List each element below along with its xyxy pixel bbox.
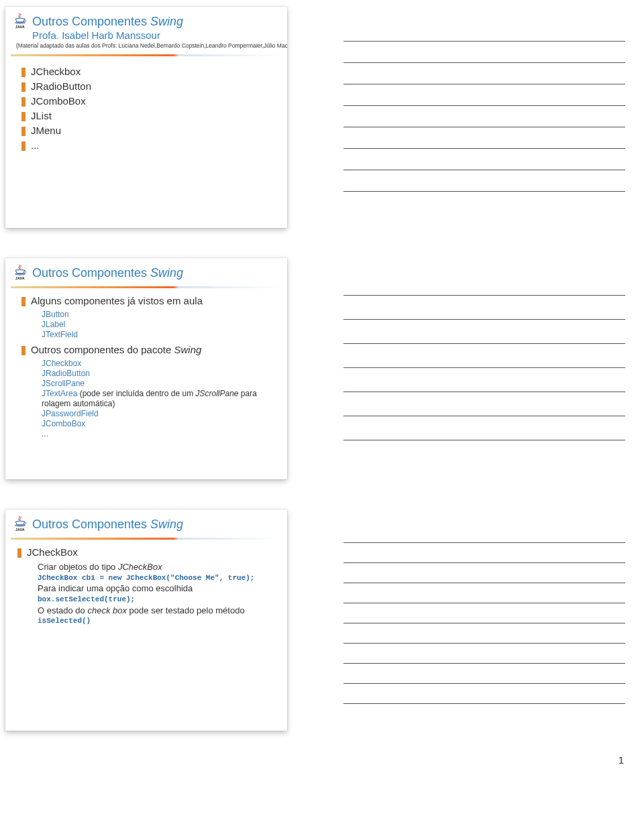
bullet-item: JMenu (21, 125, 278, 137)
notes-area-3 (343, 509, 625, 731)
row-3: JAVA Outros Componentes Swing JCheckBox … (0, 503, 644, 731)
bullet-item: ... (21, 139, 278, 152)
body-line: O estado do check box pode ser testado p… (38, 605, 278, 617)
slide1-credits: (Material adaptado das aulas dos Profs: … (16, 42, 287, 49)
slide-3: JAVA Outros Componentes Swing JCheckBox … (5, 509, 287, 731)
slide1-subtitle: Profa. Isabel Harb Manssour (32, 29, 287, 41)
sub-item: JTextArea (pode ser incluída dentro de u… (42, 389, 278, 409)
bullet-item: JList (21, 110, 278, 122)
slide3-title: Outros Componentes Swing (32, 518, 183, 532)
java-icon-caption: JAVA (12, 25, 28, 29)
sub-item: JPasswordField (42, 409, 278, 419)
slide2-title: Outros Componentes Swing (32, 266, 183, 280)
sub-item: JScrollPane (42, 379, 278, 389)
notes-area-2 (343, 258, 625, 479)
java-cup-icon: JAVA (12, 515, 28, 534)
bullet-item: Outros componentes do pacote Swing (21, 344, 278, 356)
slide1-title: Outros Componentes Swing (32, 15, 183, 29)
gradient-divider (11, 538, 282, 540)
notes-area-1 (343, 7, 625, 228)
code-line: box.setSelected(true); (38, 595, 278, 605)
sub-item: JCheckbox (42, 359, 278, 369)
sub-item: JComboBox (42, 419, 278, 429)
sub-item: JTextField (42, 330, 278, 340)
gradient-divider (11, 286, 282, 288)
java-icon-caption: JAVA (12, 528, 28, 532)
bullet-item: Alguns componentes já vistos em aula (21, 295, 278, 307)
row-1: JAVA Outros Componentes Swing Profa. Isa… (0, 0, 644, 228)
body-line: Criar objetos do tipo JCheckBox (38, 561, 278, 573)
bullet-item: JComboBox (21, 95, 278, 107)
sub-item: JRadioButton (42, 369, 278, 379)
code-line: isSelected() (38, 616, 278, 626)
sub-item: JLabel (42, 320, 278, 330)
java-icon-caption: JAVA (12, 276, 28, 280)
bullet-item: JCheckbox (21, 66, 278, 78)
sub-item: JButton (42, 310, 278, 320)
code-line: JCheckBox cb1 = new JCheckBox("Choose Me… (38, 573, 278, 583)
gradient-divider (11, 54, 282, 56)
java-cup-icon: JAVA (12, 12, 28, 31)
page-number: 1 (0, 754, 644, 766)
slide-1: JAVA Outros Componentes Swing Profa. Isa… (5, 7, 287, 228)
bullet-item: JCheckBox (17, 546, 278, 558)
slide-2: JAVA Outros Componentes Swing Alguns com… (5, 258, 287, 479)
sub-item: ... (42, 429, 278, 439)
java-cup-icon: JAVA (12, 263, 28, 282)
body-line: Para indicar uma opção como escolhida (38, 583, 278, 595)
row-2: JAVA Outros Componentes Swing Alguns com… (0, 251, 644, 479)
bullet-item: JRadioButton (21, 80, 278, 93)
